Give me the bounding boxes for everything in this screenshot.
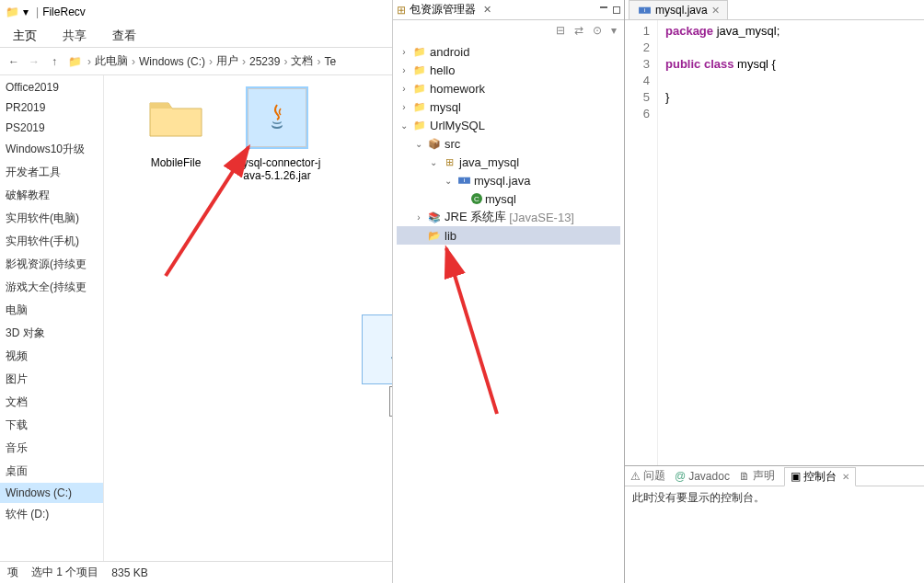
sidebar-item[interactable]: PR2019 [0,97,103,118]
sidebar-item[interactable]: PS2019 [0,118,103,138]
folder-item[interactable]: MobileFile [132,85,220,169]
console-tabs: ⚠问题 @Javadoc 🗎声明 ▣控制台✕ [625,466,924,486]
explorer-titlebar: 📁 ▾ | FileRecv [0,0,392,24]
sidebar-item[interactable]: 实用软件(手机) [0,230,103,253]
sidebar-item[interactable]: 电脑 [0,299,103,322]
tree-item-lib[interactable]: 📂lib [397,226,620,245]
java-file-icon: 🀰 [637,3,652,17]
package-icon: ⊞ [397,4,406,17]
tree-item[interactable]: ⌄⊞java_mysql [397,153,620,171]
nav-up-icon[interactable]: ↑ [44,51,64,72]
pkg-toolbar: ⊟ ⇄ ⊙ ▾ [393,20,624,40]
java-icon [380,333,392,366]
tree-item[interactable]: ⌄📁UrlMySQL [397,116,620,134]
java-icon [260,101,294,134]
pkg-header: ⊞ 包资源管理器 ✕ [393,0,624,20]
focus-icon[interactable]: ⊙ [593,24,602,37]
sidebar-item[interactable]: 破解教程 [0,184,103,207]
ribbon: 主页 共享 查看 [0,24,392,48]
close-icon[interactable]: ✕ [711,5,720,17]
file-explorer: 📁 ▾ | FileRecv 主页 共享 查看 ← → ↑ 📁 › 此电脑› W… [0,0,393,583]
ribbon-view[interactable]: 查看 [99,24,149,48]
bc-item[interactable]: 25239 [248,55,282,68]
file-area[interactable]: MobileFile mysql-connector [104,75,392,561]
sidebar-item[interactable]: 文档 [0,391,103,414]
sidebar-item[interactable]: Windows10升级 [0,138,103,161]
tree-item[interactable]: Cmysql [397,189,620,208]
editor-tab[interactable]: 🀰 mysql.java ✕ [629,0,728,19]
tab-problems[interactable]: ⚠问题 [630,468,665,484]
nav-back-icon[interactable]: ← [4,51,24,72]
jar-file-item[interactable]: mysql-connector-java-5.1.26.jar [233,85,321,183]
link-icon[interactable]: ⇄ [574,24,583,37]
tab-console[interactable]: ▣控制台✕ [784,467,856,486]
drag-ghost [362,314,392,384]
bc-item[interactable]: 此电脑 [93,53,130,69]
editor-panel: 🀰 mysql.java ✕ 123456 package java_mysql… [625,0,924,583]
code-editor[interactable]: 123456 package java_mysql; public class … [625,20,924,465]
bc-item[interactable]: Te [322,55,338,68]
breadcrumb-bar[interactable]: ← → ↑ 📁 › 此电脑› Windows (C:)› 用户› 25239› … [0,48,392,75]
console-area: ⚠问题 @Javadoc 🗎声明 ▣控制台✕ 此时没有要显示的控制台。 [625,465,924,583]
explorer-sidebar[interactable]: Office2019PR2019PS2019Windows10升级开发者工具破解… [0,75,104,561]
tree-item[interactable]: ⌄📦src [397,134,620,153]
sidebar-item[interactable]: 3D 对象 [0,322,103,345]
tree-item[interactable]: ›📚JRE 系统库 [JavaSE-13] [397,208,620,226]
minimize-icon[interactable] [600,6,607,8]
editor-tabs: 🀰 mysql.java ✕ [625,0,924,20]
sidebar-item[interactable]: Windows (C:) [0,483,103,503]
sidebar-item[interactable]: 图片 [0,368,103,391]
console-body: 此时没有要显示的控制台。 [625,486,924,583]
sidebar-item[interactable]: 实用软件(电脑) [0,207,103,230]
sidebar-item[interactable]: 视频 [0,345,103,368]
close-icon[interactable]: ✕ [483,4,491,16]
sidebar-item[interactable]: Office2019 [0,77,103,97]
sidebar-item[interactable]: 游戏大全(持续更 [0,276,103,299]
folder-icon [148,96,203,140]
decl-icon: 🗎 [739,470,750,483]
tree-item[interactable]: ›📁mysql [397,97,620,116]
tree-item[interactable]: ›📁hello [397,61,620,79]
sidebar-item[interactable]: 桌面 [0,460,103,483]
drag-tooltip: + 复制到 FileRecv [389,386,392,417]
tree-item[interactable]: ›📁android [397,42,620,61]
tree-item[interactable]: ›📁homework [397,79,620,97]
sidebar-item[interactable]: 下载 [0,414,103,437]
project-tree[interactable]: ›📁android ›📁hello ›📁homework ›📁mysql ⌄📁U… [393,40,624,583]
package-explorer-panel: ⊞ 包资源管理器 ✕ ⊟ ⇄ ⊙ ▾ ›📁android ›📁hello ›📁h… [393,0,625,583]
collapse-icon[interactable]: ⊟ [556,24,565,37]
folder-icon: 📁 [6,6,19,18]
bc-item[interactable]: 用户 [214,53,240,69]
sidebar-item[interactable]: 开发者工具 [0,161,103,184]
ribbon-share[interactable]: 共享 [50,24,99,48]
code-area[interactable]: package java_mysql; public class mysql {… [658,20,924,465]
sidebar-item[interactable]: 软件 (D:) [0,503,103,526]
maximize-icon[interactable] [613,6,620,14]
menu-icon[interactable]: ▾ [611,24,617,37]
window-title: FileRecv [42,6,86,18]
sidebar-item[interactable]: 影视资源(持续更 [0,253,103,276]
bc-item[interactable]: 文档 [289,53,315,69]
console-icon: ▣ [791,470,801,483]
tree-item[interactable]: ⌄🀰mysql.java [397,171,620,189]
tab-declaration[interactable]: 🗎声明 [739,468,775,484]
tab-javadoc[interactable]: @Javadoc [675,470,730,483]
line-gutter: 123456 [625,20,658,465]
nav-forward-icon[interactable]: → [24,51,44,72]
pkg-title: 包资源管理器 [410,2,476,17]
warning-icon: ⚠ [630,470,641,483]
statusbar: 项 选中 1 个项目 835 KB [0,561,392,583]
bc-item[interactable]: Windows (C:) [137,55,207,68]
sidebar-item[interactable]: 音乐 [0,437,103,460]
ribbon-home[interactable]: 主页 [0,24,50,48]
